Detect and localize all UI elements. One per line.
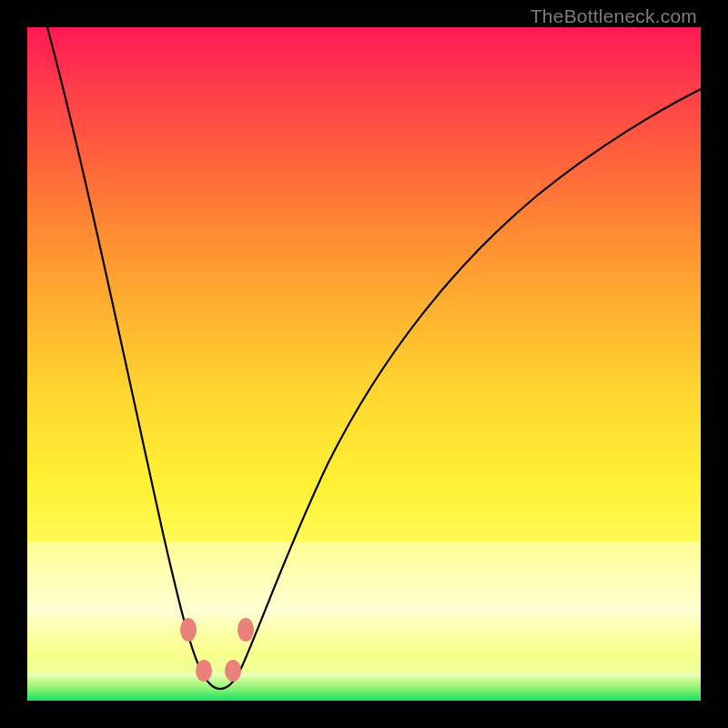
curve-marker-dots	[180, 618, 254, 682]
marker-dot	[225, 660, 241, 682]
marker-dot	[196, 660, 212, 682]
bottleneck-curve-svg	[27, 27, 701, 701]
marker-dot	[180, 618, 197, 642]
bottleneck-curve-path	[47, 27, 701, 689]
marker-dot	[238, 618, 254, 642]
chart-plot-area	[27, 27, 701, 701]
watermark-text: TheBottleneck.com	[531, 5, 697, 27]
